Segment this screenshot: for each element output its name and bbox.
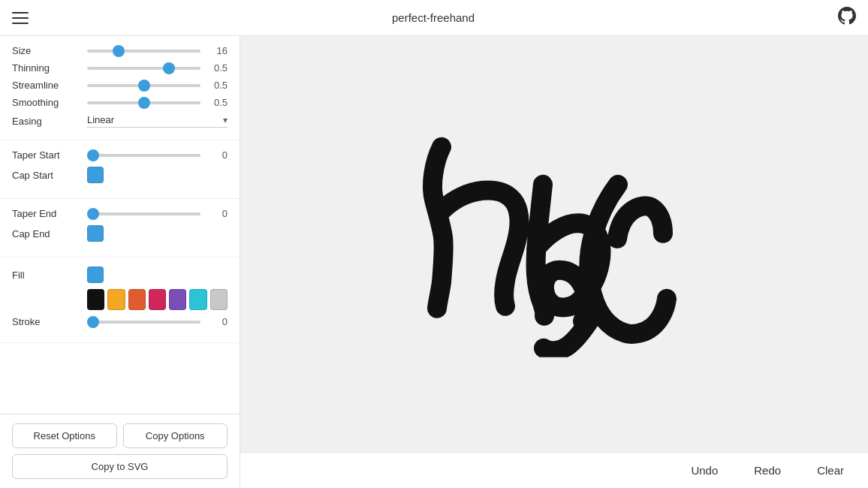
action-row: Reset Options Copy Options bbox=[12, 423, 228, 448]
smoothing-value: 0.5 bbox=[200, 97, 228, 108]
sidebar-actions: Reset Options Copy Options Copy to SVG bbox=[0, 414, 240, 488]
streamline-slider[interactable] bbox=[87, 84, 200, 87]
stroke-slider[interactable] bbox=[87, 321, 200, 324]
cap-end-swatch[interactable] bbox=[87, 225, 104, 242]
palette-color-black[interactable] bbox=[87, 289, 104, 310]
streamline-value: 0.5 bbox=[200, 80, 228, 91]
taper-start-value: 0 bbox=[200, 149, 228, 161]
bottom-bar: Undo Redo Clear bbox=[240, 452, 868, 488]
smoothing-control: Smoothing 0.5 bbox=[12, 97, 228, 108]
fill-label: Fill bbox=[12, 270, 87, 281]
stroke-slider-wrap bbox=[87, 321, 200, 324]
stroke-label: Stroke bbox=[12, 316, 87, 327]
size-label: Size bbox=[12, 45, 87, 56]
taper-start-slider-wrap bbox=[87, 154, 200, 157]
size-value: 16 bbox=[200, 45, 228, 56]
color-palette bbox=[87, 289, 228, 310]
easing-label: Easing bbox=[12, 116, 87, 127]
taper-end-section: Taper End 0 Cap End bbox=[0, 199, 240, 258]
clear-button[interactable]: Clear bbox=[811, 461, 850, 480]
palette-color-gray[interactable] bbox=[210, 289, 228, 310]
palette-color-orange[interactable] bbox=[128, 289, 146, 310]
stroke-value: 0 bbox=[200, 316, 228, 327]
taper-end-label: Taper End bbox=[12, 208, 87, 219]
taper-start-control: Taper Start 0 bbox=[12, 149, 228, 161]
palette-color-pink[interactable] bbox=[149, 289, 166, 310]
smoothing-slider[interactable] bbox=[87, 101, 200, 104]
thinning-slider[interactable] bbox=[87, 67, 200, 70]
easing-control: Easing Linear EaseIn EaseOut EaseInOut ▾ bbox=[12, 114, 228, 128]
cap-end-control: Cap End bbox=[12, 225, 228, 242]
top-bar: perfect-freehand bbox=[0, 0, 868, 36]
thinning-value: 0.5 bbox=[200, 62, 228, 74]
size-slider-wrap bbox=[87, 50, 200, 53]
cap-start-swatch[interactable] bbox=[87, 167, 104, 183]
canvas-main[interactable] bbox=[240, 36, 868, 452]
easing-select[interactable]: Linear EaseIn EaseOut EaseInOut bbox=[87, 114, 223, 125]
streamline-label: Streamline bbox=[12, 80, 87, 91]
github-icon[interactable] bbox=[838, 7, 856, 29]
palette-color-teal[interactable] bbox=[189, 289, 206, 310]
taper-end-control: Taper End 0 bbox=[12, 208, 228, 219]
taper-end-slider-wrap bbox=[87, 212, 200, 215]
streamline-slider-wrap bbox=[87, 84, 200, 87]
taper-start-label: Taper Start bbox=[12, 149, 87, 161]
main-layout: Size 16 Thinning 0.5 Streamline bbox=[0, 36, 868, 488]
redo-button[interactable]: Redo bbox=[748, 461, 787, 480]
smoothing-slider-wrap bbox=[87, 101, 200, 104]
cap-start-label: Cap Start bbox=[12, 170, 87, 181]
sidebar: Size 16 Thinning 0.5 Streamline bbox=[0, 36, 240, 488]
fill-swatch[interactable] bbox=[87, 267, 104, 283]
basic-controls-section: Size 16 Thinning 0.5 Streamline bbox=[0, 36, 240, 140]
menu-button[interactable] bbox=[12, 12, 29, 24]
palette-color-yellow[interactable] bbox=[107, 289, 125, 310]
size-control: Size 16 bbox=[12, 45, 228, 56]
fill-section: Fill Stroke 0 bbox=[0, 258, 240, 343]
copy-svg-button[interactable]: Copy to SVG bbox=[12, 454, 228, 479]
taper-end-value: 0 bbox=[200, 208, 228, 219]
cap-start-control: Cap Start bbox=[12, 167, 228, 183]
undo-button[interactable]: Undo bbox=[685, 461, 724, 480]
copy-options-button[interactable]: Copy Options bbox=[123, 423, 228, 448]
thinning-slider-wrap bbox=[87, 67, 200, 70]
chevron-down-icon: ▾ bbox=[223, 115, 228, 125]
cap-end-label: Cap End bbox=[12, 228, 87, 239]
taper-start-section: Taper Start 0 Cap Start bbox=[0, 140, 240, 199]
canvas-area: Undo Redo Clear bbox=[240, 36, 868, 488]
streamline-control: Streamline 0.5 bbox=[12, 80, 228, 91]
palette-color-purple[interactable] bbox=[169, 289, 186, 310]
app-title: perfect-freehand bbox=[392, 11, 475, 24]
taper-end-slider[interactable] bbox=[87, 212, 200, 215]
fill-control: Fill bbox=[12, 267, 228, 283]
size-slider[interactable] bbox=[87, 50, 200, 53]
stroke-control: Stroke 0 bbox=[12, 316, 228, 327]
thinning-label: Thinning bbox=[12, 62, 87, 74]
reset-options-button[interactable]: Reset Options bbox=[12, 423, 117, 448]
taper-start-slider[interactable] bbox=[87, 154, 200, 157]
easing-wrap: Linear EaseIn EaseOut EaseInOut ▾ bbox=[87, 114, 228, 128]
thinning-control: Thinning 0.5 bbox=[12, 62, 228, 74]
freehand-drawing bbox=[396, 102, 712, 360]
smoothing-label: Smoothing bbox=[12, 97, 87, 108]
